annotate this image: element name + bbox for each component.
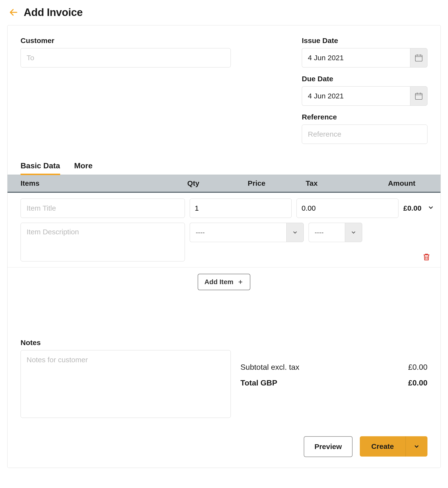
- col-items: Items: [21, 179, 187, 187]
- meta-section: Issue Date Due Date: [302, 37, 427, 144]
- issue-date-field: Issue Date: [302, 37, 427, 67]
- plus-icon: [237, 279, 244, 285]
- notes-section: Notes: [21, 339, 231, 419]
- items-table-header: Items Qty Price Tax Amount: [8, 175, 440, 193]
- item-tax-select[interactable]: ----: [309, 223, 362, 242]
- col-tax: Tax: [306, 179, 366, 187]
- item-category-select[interactable]: ----: [190, 223, 304, 242]
- create-button-group: Create: [360, 436, 427, 456]
- totals-section: Subtotal excl. tax £0.00 Total GBP £0.00: [240, 339, 427, 419]
- customer-section: Customer: [21, 37, 231, 144]
- customer-input[interactable]: [21, 48, 231, 67]
- tabs: Basic Data More: [8, 158, 440, 175]
- col-qty: Qty: [187, 179, 248, 187]
- due-date-label: Due Date: [302, 75, 427, 83]
- tab-basic-data[interactable]: Basic Data: [21, 158, 60, 175]
- notes-input[interactable]: [21, 350, 231, 418]
- item-qty-input[interactable]: [190, 199, 292, 218]
- back-button[interactable]: [8, 7, 19, 18]
- form-top: Customer Issue Date Due Date: [8, 25, 440, 149]
- item-amount: £0.00: [403, 204, 434, 213]
- chevron-down-icon: [292, 229, 298, 236]
- svg-rect-0: [415, 55, 422, 61]
- add-item-button[interactable]: Add Item: [198, 274, 250, 290]
- item-price-input[interactable]: [296, 199, 399, 218]
- subtotal-label: Subtotal excl. tax: [240, 363, 299, 372]
- trash-icon: [422, 252, 431, 262]
- page-header: Add Invoice: [8, 6, 441, 18]
- subtotal-row: Subtotal excl. tax £0.00: [240, 363, 427, 372]
- bottom-area: Notes Subtotal excl. tax £0.00 Total GBP…: [8, 293, 440, 429]
- total-label: Total GBP: [240, 378, 277, 387]
- due-date-field: Due Date: [302, 75, 427, 106]
- add-item-label: Add Item: [204, 278, 233, 286]
- due-date-picker-button[interactable]: [410, 86, 427, 106]
- item-title-input[interactable]: [21, 199, 185, 218]
- issue-date-label: Issue Date: [302, 37, 427, 45]
- col-price: Price: [248, 179, 306, 187]
- item-tax-value: ----: [309, 223, 345, 242]
- reference-label: Reference: [302, 113, 427, 121]
- page-title: Add Invoice: [24, 6, 83, 18]
- calendar-icon: [414, 53, 423, 62]
- arrow-left-icon: [9, 8, 18, 17]
- chevron-down-icon: [427, 204, 434, 211]
- issue-date-picker-button[interactable]: [410, 48, 427, 67]
- create-button[interactable]: Create: [360, 436, 406, 456]
- calendar-icon: [414, 91, 423, 101]
- footer-actions: Preview Create: [8, 429, 440, 468]
- preview-button[interactable]: Preview: [304, 436, 352, 457]
- tab-more[interactable]: More: [74, 158, 93, 175]
- item-description-input[interactable]: [21, 223, 185, 261]
- total-row: Total GBP £0.00: [240, 378, 427, 387]
- total-value: £0.00: [408, 378, 427, 387]
- item-expand-toggle[interactable]: [427, 204, 434, 213]
- svg-rect-1: [415, 93, 422, 99]
- notes-label: Notes: [21, 339, 231, 347]
- add-item-row: Add Item: [8, 268, 440, 293]
- col-amount: Amount: [366, 179, 427, 187]
- item-category-value: ----: [190, 223, 286, 242]
- item-amount-value: £0.00: [403, 204, 421, 212]
- line-item: £0.00 ---- ----: [8, 193, 440, 268]
- item-tax-toggle[interactable]: [345, 223, 362, 242]
- chevron-down-icon: [413, 443, 420, 450]
- subtotal-value: £0.00: [408, 363, 427, 372]
- reference-field: Reference: [302, 113, 427, 144]
- item-category-toggle[interactable]: [286, 223, 304, 242]
- issue-date-input[interactable]: [302, 48, 410, 67]
- due-date-input[interactable]: [302, 86, 410, 106]
- delete-item-button[interactable]: [422, 252, 431, 263]
- chevron-down-icon: [350, 229, 357, 236]
- invoice-card: Customer Issue Date Due Date: [7, 25, 441, 468]
- create-dropdown-button[interactable]: [406, 436, 427, 456]
- reference-input[interactable]: [302, 124, 427, 144]
- customer-label: Customer: [21, 37, 231, 45]
